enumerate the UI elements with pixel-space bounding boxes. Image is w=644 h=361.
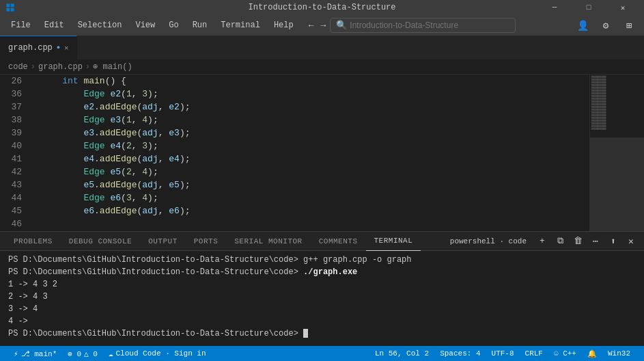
- account-icon[interactable]: 👤: [573, 17, 592, 34]
- token-num: 2: [126, 165, 132, 178]
- menu-help[interactable]: Help: [268, 19, 299, 31]
- token-plain: (: [121, 113, 126, 126]
- token-fn: main: [83, 75, 104, 88]
- panel-tab-terminal[interactable]: TERMINAL: [366, 232, 421, 251]
- token-var: adj: [142, 126, 158, 139]
- token-plain: (: [121, 139, 126, 152]
- menu-run[interactable]: Run: [187, 19, 213, 31]
- panel-tab-comments[interactable]: COMMENTS: [311, 232, 366, 251]
- line-number: 42: [0, 165, 27, 178]
- token-var: adj: [142, 152, 158, 165]
- token-plain: [79, 75, 84, 88]
- line-number: 38: [0, 113, 27, 126]
- token-plain: (: [121, 191, 126, 204]
- token-plain: [105, 88, 111, 101]
- editor[interactable]: 2636373839404142434445464748495051525354…: [0, 75, 644, 231]
- token-plain: [105, 165, 111, 178]
- status-encoding[interactable]: UTF-8: [486, 346, 520, 361]
- tab-graph-cpp[interactable]: graph.cpp ● ✕: [0, 36, 77, 59]
- code-line: Edge e5(2, 4);: [41, 165, 589, 178]
- maximize-button[interactable]: □: [573, 0, 604, 15]
- token-plain: [41, 75, 62, 88]
- token-plain: );: [148, 113, 158, 126]
- token-plain: ,: [158, 178, 169, 191]
- breadcrumb-file[interactable]: graph.cpp: [38, 62, 83, 72]
- status-remote[interactable]: ⚡ ⎇ main*: [8, 346, 62, 361]
- search-bar[interactable]: 🔍: [330, 18, 516, 33]
- token-plain: (: [137, 204, 142, 217]
- token-num: 4: [142, 191, 148, 204]
- tab-bar: graph.cpp ● ✕: [0, 36, 644, 59]
- code-area[interactable]: int main() { Edge e2(1, 3); e2.addEdge(a…: [33, 75, 589, 231]
- status-notifications[interactable]: 🔔: [582, 346, 602, 361]
- token-num: 3: [142, 139, 148, 152]
- token-plain: [41, 165, 83, 178]
- token-plain: );: [148, 191, 158, 204]
- token-fn: addEdge: [100, 204, 137, 217]
- token-var: e2: [83, 101, 94, 113]
- token-plain: );: [148, 165, 158, 178]
- panel-more-actions[interactable]: ⋯: [588, 234, 603, 249]
- token-plain: .: [94, 178, 100, 191]
- search-input[interactable]: [350, 21, 509, 30]
- remote-icon: ⚡: [14, 349, 18, 358]
- panel-tab-output[interactable]: OUTPUT: [140, 232, 186, 251]
- token-plain: ,: [132, 191, 143, 204]
- nav-back-button[interactable]: ←: [307, 19, 316, 32]
- close-button[interactable]: ✕: [607, 0, 639, 15]
- panel-trash[interactable]: 🗑: [570, 234, 585, 249]
- status-spaces[interactable]: Spaces: 4: [434, 346, 486, 361]
- token-var: e4: [169, 152, 180, 165]
- menu-selection[interactable]: Selection: [72, 19, 128, 31]
- breadcrumb-code[interactable]: code: [8, 62, 28, 72]
- menu-terminal[interactable]: Terminal: [215, 19, 266, 31]
- token-num: 3: [126, 191, 132, 204]
- remote-label: ⎇ main*: [21, 349, 57, 358]
- breadcrumb-function[interactable]: ⊕ main(): [93, 62, 132, 72]
- token-plain: ,: [132, 88, 143, 101]
- tab-close-button[interactable]: ✕: [64, 44, 68, 52]
- terminal-content[interactable]: PS D:\Documents\GitHub\Introduction-to-D…: [0, 251, 644, 346]
- token-plain: (: [137, 126, 142, 139]
- token-var: e5: [83, 178, 94, 191]
- status-ln-col[interactable]: Ln 56, Col 2: [369, 346, 434, 361]
- panel-tab-serial-monitor[interactable]: SERIAL MONITOR: [226, 232, 310, 251]
- panel-tab-problems[interactable]: PROBLEMS: [5, 232, 61, 251]
- code-line: Edge e6(3, 4);: [41, 191, 589, 204]
- menu-file[interactable]: File: [5, 19, 36, 31]
- status-bar: ⚡ ⎇ main* ⊗ 0 △ 0 ☁ Cloud Code · Sign in…: [0, 346, 644, 361]
- menu-bar: File Edit Selection View Go Run Terminal…: [0, 15, 644, 36]
- terminal-line: 1 -> 4 3 2: [8, 278, 636, 291]
- settings-icon[interactable]: ⚙: [596, 17, 615, 34]
- panel-tab-debug-console[interactable]: DEBUG CONSOLE: [61, 232, 140, 251]
- code-line: e4.addEdge(adj, e4);: [41, 152, 589, 165]
- status-language[interactable]: ☺ C++: [548, 346, 582, 361]
- status-win32[interactable]: Win32: [602, 346, 636, 361]
- menu-go[interactable]: Go: [163, 19, 184, 31]
- minimap[interactable]: ████████████ ████████████ ████████████ █…: [589, 75, 644, 231]
- token-plain: );: [180, 126, 191, 139]
- token-num: 4: [142, 165, 148, 178]
- line-numbers: 2636373839404142434445464748495051525354…: [0, 75, 33, 231]
- nav-forward-button[interactable]: →: [320, 19, 328, 32]
- panel-tab-ports[interactable]: PORTS: [186, 232, 227, 251]
- menu-edit[interactable]: Edit: [39, 19, 70, 31]
- menu-view[interactable]: View: [130, 19, 160, 31]
- status-eol[interactable]: CRLF: [520, 346, 548, 361]
- panel-maximize[interactable]: ⬆: [606, 234, 621, 249]
- minimize-button[interactable]: ─: [539, 0, 570, 15]
- layout-icon[interactable]: ⊞: [619, 17, 639, 34]
- panel-tabs: PROBLEMS DEBUG CONSOLE OUTPUT PORTS SERI…: [0, 232, 644, 251]
- token-var: e6: [110, 191, 121, 204]
- token-var: adj: [142, 178, 158, 191]
- code-line: e3.addEdge(adj, e3);: [41, 126, 589, 139]
- token-plain: () {: [105, 75, 126, 88]
- code-line: int main() {: [41, 75, 589, 88]
- panel-add-terminal[interactable]: +: [535, 234, 550, 249]
- panel-close[interactable]: ✕: [624, 234, 639, 249]
- breadcrumb-sep2: ›: [85, 62, 90, 72]
- status-errors[interactable]: ⊗ 0 △ 0: [62, 346, 103, 361]
- status-cloud[interactable]: ☁ Cloud Code · Sign in: [103, 346, 212, 361]
- panel-split-terminal[interactable]: ⧉: [552, 234, 568, 249]
- code-line: e6.addEdge(adj, e6);: [41, 204, 589, 217]
